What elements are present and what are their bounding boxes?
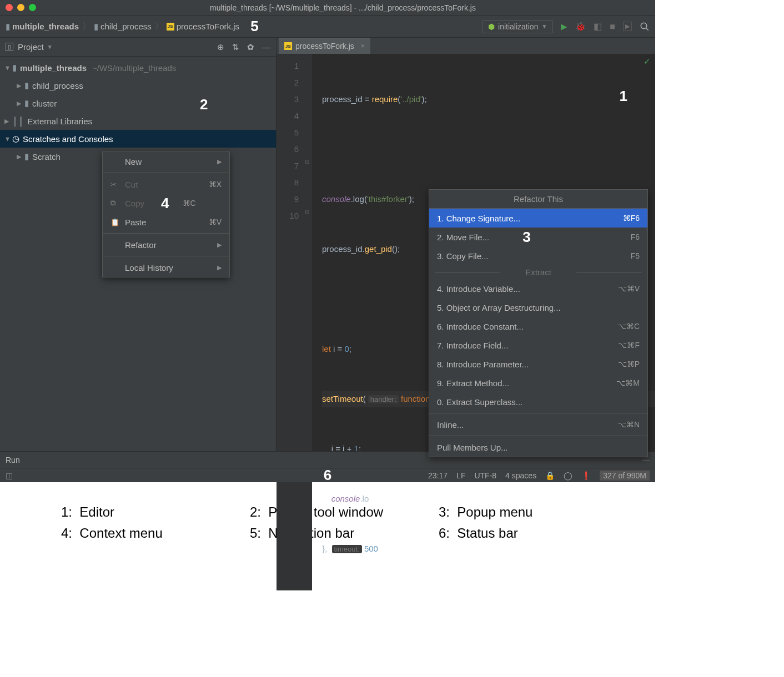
popup-separator [429,413,647,413]
popup-move-file[interactable]: 2. Move File... 3 F6 [429,228,647,246]
window-title: multiple_threads [~/WS/multiple_threads]… [36,3,650,12]
popup-title: Refactor This [429,190,647,209]
folder-icon: ▮ [6,22,10,32]
breadcrumb-item-folder[interactable]: ▮ child_process [94,22,152,32]
tree-root[interactable]: ▼ ▮ multiple_threads ~/WS/multiple_threa… [0,59,276,77]
run-coverage-button[interactable]: ◧ [594,21,602,32]
popup-inline[interactable]: Inline...⌥⌘N [429,415,647,434]
menu-paste[interactable]: 📋Paste⌘V [103,213,229,231]
gear-icon[interactable]: ✿ [247,42,254,52]
popup-introduce-constant[interactable]: 6. Introduce Constant...⌥⌘C [429,317,647,336]
folder-icon: ▮ [24,151,29,161]
js-file-icon: JS [167,23,174,31]
cursor-position[interactable]: 23:17 [428,471,448,480]
minimize-window-button[interactable] [17,4,24,11]
project-panel-title[interactable]: Project ▼ [18,42,53,52]
nodejs-icon: ⬢ [488,22,495,31]
menu-local-history[interactable]: Local History▶ [103,258,229,277]
run-config-selector[interactable]: ⬢ initialization ▼ [482,20,553,33]
run-button[interactable]: ▶ [561,22,567,32]
tree-folder-child-process[interactable]: ▶ ▮ child_process [0,77,276,94]
annotation-4: 4 [161,195,169,212]
tree-scratches[interactable]: ▼ ◷ Scratches and Consoles [0,130,276,148]
tree-folder-cluster[interactable]: ▶ ▮ cluster [0,94,276,112]
line-number-gutter: 12345678910 [277,54,304,590]
tool-windows-icon[interactable]: ◫ [6,471,13,480]
memory-indicator[interactable]: 327 of 990M [600,471,650,481]
inspection-ok-icon: ✓ [644,57,651,67]
chevron-right-icon: ▶ [217,264,222,271]
stop-button[interactable]: ■ [610,22,615,32]
popup-separator [429,436,647,436]
fold-gutter: ⊟ ⊟ [304,54,312,590]
arrow-right-icon: ▶ [4,118,12,125]
popup-extract-method[interactable]: 9. Extract Method...⌥⌘M [429,373,647,392]
breadcrumb-item-root[interactable]: ▮ multiple_threads [6,22,79,32]
folder-icon: ▮ [24,80,29,90]
paste-icon: 📋 [110,218,119,226]
legend-4: 4: Context menu [61,526,250,541]
navigation-bar: ▮ multiple_threads 〉 ▮ child_process 〉 J… [0,16,655,38]
folder-icon: ▮ [24,98,29,108]
indent-setting[interactable]: 4 spaces [505,471,536,480]
chevron-right-icon: ▶ [217,158,222,165]
tree-item-label: Scratches and Consoles [23,134,113,144]
tree-item-label: cluster [32,99,57,108]
editor-tab[interactable]: JS processToFork.js × [279,38,370,54]
ide-run-icon[interactable]: ▶ [623,22,632,31]
debug-button[interactable]: 🐞 [575,22,586,32]
project-tree: ▼ ▮ multiple_threads ~/WS/multiple_threa… [0,57,276,168]
menu-separator [103,173,229,173]
arrow-down-icon: ▼ [4,135,12,142]
popup-introduce-variable[interactable]: 4. Introduce Variable...⌥⌘V [429,279,647,298]
cut-icon: ✂ [110,180,119,189]
folder-icon: ▮ [94,22,98,32]
tree-external-libraries[interactable]: ▶ ║║ External Libraries [0,112,276,130]
notifications-icon[interactable]: ❗ [581,471,591,480]
menu-copy[interactable]: ⧉Copy 4 ⌘C [103,194,229,213]
tab-label: processToFork.js [295,42,354,50]
popup-introduce-parameter[interactable]: 8. Introduce Parameter...⌥⌘P [429,355,647,373]
js-file-icon: JS [284,42,292,50]
menu-refactor[interactable]: Refactor▶ [103,235,229,254]
search-icon[interactable] [640,22,650,32]
run-config-label: initialization [498,22,538,31]
locate-icon[interactable]: ⊕ [217,42,224,52]
popup-copy-file[interactable]: 3. Copy File...F5 [429,246,647,265]
close-window-button[interactable] [6,4,13,11]
popup-destructuring[interactable]: 5. Object or Array Destructuring... [429,298,647,317]
popup-section-extract: Extract [429,265,647,279]
copy-icon: ⧉ [110,199,119,208]
folder-icon: ▮ [12,63,17,73]
editor-tabs: JS processToFork.js × [277,38,655,54]
lock-icon[interactable]: 🔒 [545,471,555,480]
ide-window: multiple_threads [~/WS/multiple_threads]… [0,0,655,482]
chevron-right-icon: 〉 [82,21,91,32]
annotation-5: 5 [250,18,258,35]
menu-cut[interactable]: ✂Cut⌘X [103,175,229,194]
arrow-right-icon: ▶ [17,100,24,107]
maximize-window-button[interactable] [29,4,36,11]
breadcrumb-root-label: multiple_threads [12,22,79,31]
popup-introduce-field[interactable]: 7. Introduce Field...⌥⌘F [429,336,647,355]
file-encoding[interactable]: UTF-8 [474,471,496,480]
chevron-down-icon: ▼ [541,23,547,29]
project-panel-header: ▯ Project ▼ ⊕ ⇅ ✿ — [0,38,276,57]
expand-all-icon[interactable]: ⇅ [232,42,239,52]
annotation-3: 3 [522,229,530,246]
popup-change-signature[interactable]: 1. Change Signature...⌘F6 [429,209,647,228]
feedback-icon[interactable]: ◯ [564,471,572,480]
line-separator[interactable]: LF [456,471,465,480]
status-bar: ◫ 6 23:17 LF UTF-8 4 spaces 🔒 ◯ ❗ 327 of… [0,468,655,482]
menu-new[interactable]: New▶ [103,152,229,171]
breadcrumb-item-file[interactable]: JS processToFork.js [167,22,239,31]
popup-extract-superclass[interactable]: 0. Extract Superclass... [429,392,647,411]
hide-panel-icon[interactable]: — [262,42,270,52]
menu-separator [103,233,229,234]
library-icon: ║║ [12,117,24,126]
fold-open-icon[interactable]: ⊟ [305,159,309,165]
fold-close-icon[interactable]: ⊟ [305,209,309,215]
popup-pull-members[interactable]: Pull Members Up... [429,438,647,457]
svg-line-1 [646,28,649,31]
close-tab-icon[interactable]: × [361,42,365,50]
